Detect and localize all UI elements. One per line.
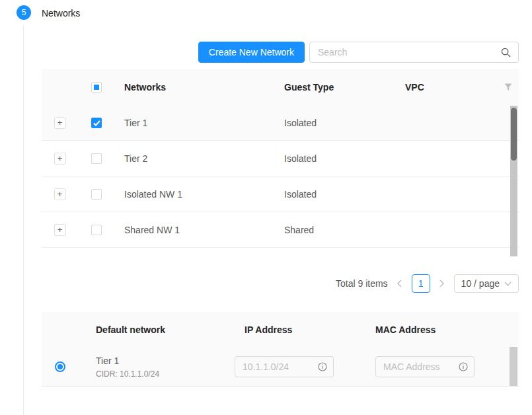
toolbar: Create New Network <box>42 42 519 63</box>
guest-type: Shared <box>284 225 405 235</box>
network-name: Isolated NW 1 <box>114 189 284 200</box>
networks-table-header: Networks Guest Type VPC <box>42 69 519 105</box>
default-network-table-header: Default network IP Address MAC Address <box>42 312 519 347</box>
table-scrollbar[interactable] <box>510 106 517 256</box>
column-header-guest-type: Guest Type <box>284 82 405 93</box>
column-header-mac-address: MAC Address <box>373 324 519 335</box>
prev-page-button[interactable] <box>395 274 405 293</box>
search-box <box>309 42 519 63</box>
expand-row-button[interactable]: + <box>54 117 66 129</box>
search-input[interactable] <box>310 42 518 62</box>
guest-type: Isolated <box>284 118 405 128</box>
step-number: 5 <box>22 8 26 17</box>
guest-type: Isolated <box>284 189 405 200</box>
networks-step-screen: 5 Networks Create New Network Networks G… <box>0 0 532 415</box>
filter-icon[interactable] <box>504 83 512 91</box>
page-size-value: 10 / page <box>461 278 500 289</box>
table-row[interactable]: + Shared NW 1 Shared <box>42 212 519 248</box>
step-connector-line <box>23 25 24 415</box>
row-checkbox[interactable] <box>91 153 102 164</box>
guest-type: Isolated <box>284 153 405 164</box>
select-all-checkbox[interactable] <box>91 82 102 93</box>
row-checkbox[interactable] <box>91 189 102 200</box>
info-icon <box>459 362 468 371</box>
column-header-default-network: Default network <box>78 324 235 335</box>
column-header-vpc: VPC <box>405 82 498 93</box>
chevron-down-icon <box>504 282 512 286</box>
default-network-table: Default network IP Address MAC Address T… <box>42 312 519 387</box>
expand-row-button[interactable]: + <box>54 153 66 165</box>
default-network-name: Tier 1 <box>96 355 235 367</box>
column-header-ip-address: IP Address <box>235 324 373 335</box>
table-row[interactable]: + Isolated NW 1 Isolated <box>42 176 519 212</box>
pagination: Total 9 items 1 10 / page <box>42 273 519 294</box>
default-network-cidr: CIDR: 10.1.1.0/24 <box>96 369 235 379</box>
next-page-button[interactable] <box>437 274 447 293</box>
step-content: Create New Network Networks Guest Type V… <box>42 42 519 387</box>
pagination-total: Total 9 items <box>336 278 388 289</box>
row-checkbox[interactable] <box>91 118 102 128</box>
scrollbar-thumb[interactable] <box>511 108 517 161</box>
expand-row-button[interactable]: + <box>54 188 66 200</box>
info-icon <box>318 362 327 371</box>
default-network-radio[interactable] <box>55 361 65 372</box>
table-row[interactable]: + Tier 2 Isolated <box>42 141 519 176</box>
network-name: Tier 1 <box>114 118 284 128</box>
search-icon[interactable] <box>501 48 511 57</box>
table-row[interactable]: + Tier 1 Isolated <box>42 105 519 141</box>
expand-row-button[interactable]: + <box>54 224 66 236</box>
network-name: Shared NW 1 <box>114 225 284 235</box>
networks-table: Networks Guest Type VPC + Tier 1 Isolat <box>42 69 519 256</box>
table-scrollbar[interactable] <box>510 347 517 386</box>
step-title: Networks <box>42 8 80 19</box>
column-header-networks: Networks <box>114 82 284 93</box>
row-checkbox[interactable] <box>91 225 102 235</box>
network-name: Tier 2 <box>114 153 284 164</box>
mac-address-field-wrap <box>375 356 475 377</box>
create-network-button[interactable]: Create New Network <box>198 42 305 63</box>
ip-address-field-wrap <box>235 356 334 377</box>
page-size-select[interactable]: 10 / page <box>454 274 519 293</box>
default-network-row[interactable]: Tier 1 CIDR: 10.1.1.0/24 <box>42 347 519 387</box>
step-number-badge: 5 <box>17 5 31 20</box>
page-number-button[interactable]: 1 <box>412 274 430 293</box>
